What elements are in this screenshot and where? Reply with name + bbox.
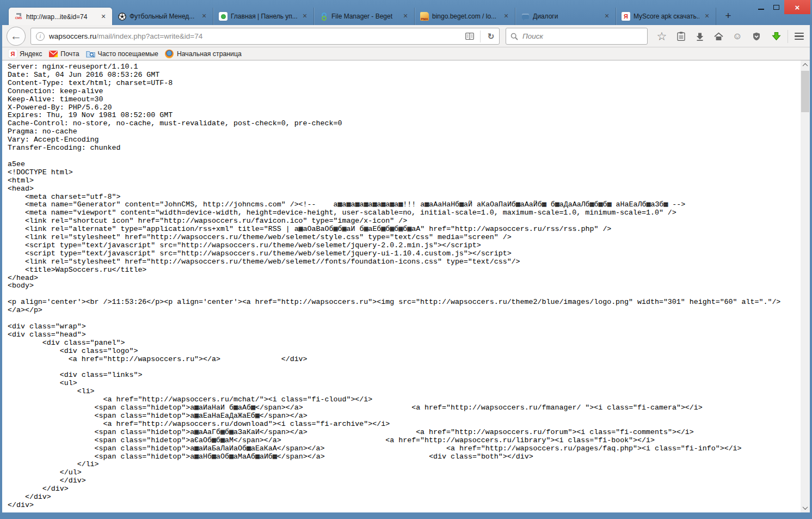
firefox-icon — [165, 50, 174, 58]
vertical-scrollbar[interactable] — [801, 60, 810, 512]
search-input[interactable] — [521, 32, 647, 41]
tab-close-icon[interactable]: × — [502, 12, 510, 21]
phpmyadmin-icon: PMA — [420, 12, 429, 21]
tab-title: Футбольный Менед... — [130, 13, 196, 20]
url-host: wapsoccers.ru — [49, 32, 96, 40]
download-helper-icon[interactable] — [767, 28, 785, 45]
close-icon: × — [795, 3, 800, 12]
tab-close-icon[interactable]: × — [602, 12, 611, 21]
search-icon — [510, 33, 518, 40]
url-bar[interactable]: i wapsoccers.ru/mail/index.php?act=write… — [30, 28, 500, 45]
bookmark-label: Часто посещаемые — [98, 50, 158, 58]
bookmark-frequent[interactable]: Часто посещаемые — [83, 48, 162, 59]
tab-close-icon[interactable]: × — [401, 12, 410, 21]
tab-close-icon[interactable]: × — [300, 12, 309, 21]
maximize-icon — [773, 5, 779, 10]
divider — [480, 30, 481, 42]
reload-icon[interactable]: ↻ — [483, 29, 499, 44]
bookmark-label: Начальная страница — [177, 50, 242, 58]
browser-window: { "colors": { "frame_blue": "#5a88b4", "… — [0, 0, 812, 519]
beget-panel-icon — [219, 12, 227, 21]
tab-myscore[interactable]: Я MyScore apk скачать... × — [616, 8, 716, 25]
tab-close-icon[interactable]: × — [703, 12, 711, 21]
titlebar[interactable]: CMS http://wap...ite&id=74 × Футбольный … — [0, 0, 812, 25]
tab-beget-panel[interactable]: Главная | Панель уп... × — [213, 8, 313, 25]
tab-football-manager[interactable]: Футбольный Менед... × — [112, 8, 213, 25]
tab-close-icon[interactable]: × — [200, 12, 208, 21]
bookmark-star-icon[interactable]: ☆ — [653, 28, 670, 45]
downloads-icon[interactable] — [691, 28, 709, 45]
minimize-button[interactable] — [753, 0, 768, 14]
bookmark-yandex[interactable]: Я Яндекс — [5, 48, 45, 59]
johncms-icon: CMS — [14, 13, 23, 21]
new-tab-button[interactable]: + — [721, 9, 735, 23]
tab-title: Главная | Панель уп... — [231, 13, 297, 20]
tab-title: http://wap...ite&id=74 — [26, 13, 96, 21]
scroll-down-icon[interactable] — [801, 503, 810, 512]
tab-title: File Manager - Beget — [331, 13, 398, 20]
football-icon — [118, 12, 126, 21]
chat-bubble-icon — [521, 12, 530, 21]
tab-close-icon[interactable]: × — [99, 13, 108, 21]
reader-mode-icon[interactable] — [462, 29, 478, 44]
tab-title: Диалоги — [533, 13, 599, 20]
minimize-icon — [758, 9, 764, 10]
close-button[interactable]: × — [784, 0, 810, 14]
url-path: /mail/index.php?act=write&id=74 — [96, 32, 202, 40]
page-info-icon[interactable]: i — [36, 32, 45, 41]
bookmark-label: Почта — [60, 50, 79, 58]
yandex-icon: Я — [9, 50, 17, 58]
tab-dialogs[interactable]: Диалоги × — [515, 8, 616, 25]
url-text[interactable]: wapsoccers.ru/mail/index.php?act=write&i… — [49, 32, 462, 40]
home-icon[interactable] — [710, 28, 727, 45]
search-bar[interactable] — [506, 28, 648, 45]
bookmarks-menu-icon[interactable] — [672, 28, 690, 45]
folder-search-icon — [86, 50, 95, 58]
extension-smiley-icon[interactable]: ☺ — [729, 28, 746, 45]
beget-icon — [319, 12, 328, 21]
extension-shield-icon[interactable] — [748, 28, 765, 45]
bookmark-mail[interactable]: Почта — [45, 48, 82, 59]
navigation-toolbar: ← i wapsoccers.ru/mail/index.php?act=wri… — [2, 25, 810, 47]
tab-file-manager[interactable]: File Manager - Beget × — [313, 8, 414, 25]
scroll-up-icon[interactable] — [801, 60, 810, 70]
tab-wapsoccers[interactable]: CMS http://wap...ite&id=74 × — [9, 8, 112, 26]
menu-icon[interactable] — [790, 28, 808, 45]
mail-icon — [48, 50, 58, 58]
raw-source-text: Server: nginx-reuseport/1.10.1 Date: Sat… — [2, 60, 801, 510]
page-content: Server: nginx-reuseport/1.10.1 Date: Sat… — [2, 60, 801, 512]
bookmark-home-page[interactable]: Начальная страница — [162, 48, 245, 59]
tab-phpmyadmin[interactable]: PMA bingo.beget.com / lo... × — [414, 8, 515, 25]
yandex-icon: Я — [622, 12, 630, 21]
tab-title: bingo.beget.com / lo... — [432, 13, 499, 20]
bookmark-label: Яндекс — [20, 50, 42, 58]
back-button[interactable]: ← — [7, 27, 26, 46]
maximize-button[interactable] — [768, 0, 784, 14]
divider — [788, 30, 788, 43]
bookmarks-toolbar: Я Яндекс Почта Часто посещаемые Начальна… — [2, 47, 810, 60]
tab-title: MyScore apk скачать... — [633, 13, 699, 20]
scrollbar-thumb[interactable] — [801, 71, 809, 112]
